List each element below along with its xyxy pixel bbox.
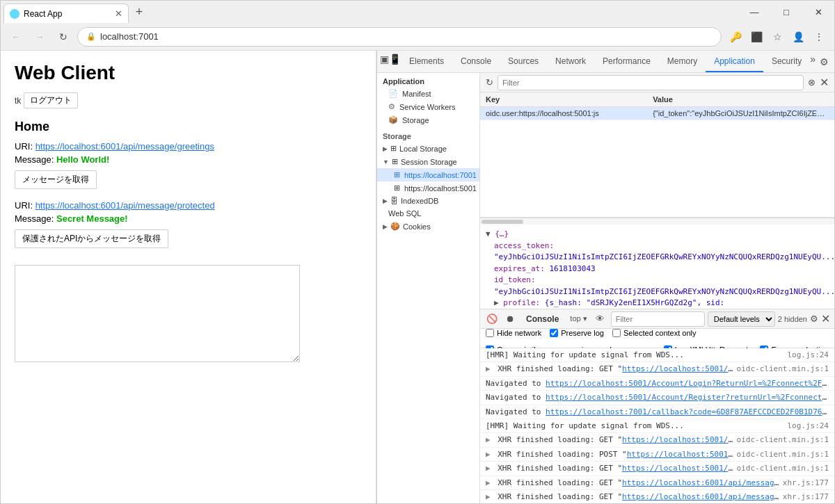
tab-performance[interactable]: Performance	[594, 51, 659, 72]
tab-close-icon[interactable]: ✕	[115, 9, 122, 18]
tab-security[interactable]: Security	[763, 51, 810, 72]
new-tab-button[interactable]: +	[129, 5, 150, 19]
session-storage-caret: ▼	[383, 158, 389, 165]
log-source-9[interactable]: oidc-client.min.js:1	[737, 463, 829, 473]
web-sql-item[interactable]: Web SQL	[377, 207, 479, 220]
selected-context-checkbox[interactable]: Selected context only	[612, 329, 697, 337]
back-button[interactable]: ←	[6, 27, 26, 47]
browser-tab-react[interactable]: React App ✕	[3, 3, 129, 23]
xhr-link-1[interactable]: https://localhost:5001/.well-known/openi…	[622, 364, 736, 373]
tab-strip: React App ✕ +	[1, 1, 738, 23]
console-eye-icon[interactable]: 👁	[593, 311, 608, 327]
xhr-link-2[interactable]: https://localhost:5001/.well-known/openi…	[622, 435, 736, 444]
more-tabs-icon[interactable]: »	[810, 51, 816, 67]
log-source-8[interactable]: oidc-client.min.js:1	[737, 449, 829, 460]
extension-btn2[interactable]: ⬛	[747, 27, 766, 47]
minimize-button[interactable]: —	[738, 1, 770, 23]
xhr-link-6[interactable]: https://localhost:6001/api/message/prote…	[622, 492, 783, 501]
local-storage-group[interactable]: ▶ ⊞ Local Storage	[377, 142, 479, 155]
console-gear-icon[interactable]: ⚙	[810, 314, 818, 324]
devtools-device-icon[interactable]: 📱	[389, 51, 401, 67]
storage-filter-input[interactable]	[498, 75, 804, 90]
log-source-7[interactable]: oidc-client.min.js:1	[737, 434, 829, 445]
devtools-settings-icon[interactable]: ⚙	[816, 54, 832, 70]
tk-label: tk	[15, 96, 21, 106]
log-source-2[interactable]: oidc-client.min.js:1	[737, 364, 829, 374]
log-text-10: ▶ XHR finished loading: GET "https://loc…	[486, 478, 783, 488]
address-text: localhost:7001	[100, 31, 159, 42]
console-toolbar: 🚫 ⏺ Console top ▾ 👁 Default levels 2 hid…	[480, 309, 834, 329]
close-filter-icon[interactable]: ✕	[820, 76, 829, 89]
log-entry-1: [HMR] Waiting for update signal from WDS…	[480, 348, 834, 362]
json-expand-icon[interactable]: ▼	[486, 229, 491, 238]
bookmark-button[interactable]: ☆	[768, 27, 787, 47]
fetch-btn2[interactable]: 保護されたAPIからメッセージを取得	[15, 229, 168, 248]
nav-link-2[interactable]: https://localhost:5001/Account/Register?…	[546, 393, 829, 402]
console-top-selector[interactable]: top ▾	[567, 311, 589, 327]
log-source-6[interactable]: log.js:24	[787, 421, 829, 431]
log-source-1[interactable]: log.js:24	[787, 350, 829, 360]
log-text-4: Navigated to https://localhost:5001/Acco…	[486, 392, 829, 403]
uri1-link[interactable]: https://localhost:6001/api/message/greet…	[35, 141, 214, 152]
tab-sources[interactable]: Sources	[500, 51, 547, 72]
uri2-link[interactable]: https://localhost:6001/api/message/prote…	[35, 200, 215, 211]
console-record-icon[interactable]: ⏺	[502, 311, 518, 327]
session-storage-group[interactable]: ▼ ⊞ Session Storage	[377, 155, 479, 168]
home-section-title: Home	[15, 120, 362, 134]
preserve-log-input[interactable]	[550, 329, 558, 337]
extensions-button[interactable]: 🔑	[726, 27, 745, 47]
tab-network[interactable]: Network	[547, 51, 594, 72]
horizontal-scrollbar[interactable]	[480, 218, 834, 225]
forward-button[interactable]: →	[30, 27, 49, 47]
console-level-select[interactable]: Default levels	[708, 311, 775, 327]
xhr-link-4[interactable]: https://localhost:5001/connect/userinfo	[622, 464, 736, 473]
close-button[interactable]: ✕	[802, 1, 834, 23]
profile-button[interactable]: 👤	[788, 27, 808, 47]
textarea[interactable]	[15, 265, 300, 362]
devtools-inspect-icon[interactable]: ▣	[380, 51, 389, 67]
nav-link-3[interactable]: https://localhost:7001/callback?code=6D8…	[546, 407, 829, 416]
xhr-link-3[interactable]: https://localhost:5001/connect/token	[627, 450, 737, 459]
application-sidebar: Application 📄 Manifest ⚙ Service Workers…	[377, 73, 480, 503]
kv-row-oidc[interactable]: oidc.user:https://localhost:5001:js {"id…	[480, 107, 834, 120]
tab-application[interactable]: Application	[706, 51, 763, 72]
indexeddb-group[interactable]: ▶ 🗄 IndexedDB	[377, 195, 479, 207]
log-source-11[interactable]: xhr.js:177	[783, 491, 829, 502]
filter-options-icon[interactable]: ⊗	[808, 77, 816, 88]
refresh-storage-button[interactable]: ↻	[486, 77, 493, 88]
json-entry-id_token: id_token: "eyJhbGciOiJSUzI1NiIsImtpZCI6I…	[494, 275, 829, 298]
address-input[interactable]: 🔒 localhost:7001	[77, 27, 722, 47]
storage-item[interactable]: 📦 Storage	[377, 113, 479, 127]
hide-network-input[interactable]	[486, 329, 494, 337]
value-column-header: Value	[647, 92, 834, 107]
manifest-item[interactable]: 📄 Manifest	[377, 87, 479, 100]
local-storage-label: Local Storage	[399, 145, 447, 153]
refresh-button[interactable]: ↻	[54, 27, 73, 47]
xhr-link-5[interactable]: https://localhost:6001/api/message/greet…	[622, 478, 783, 487]
tab-memory[interactable]: Memory	[659, 51, 706, 72]
menu-button[interactable]: ⋮	[809, 27, 829, 47]
tab-console[interactable]: Console	[452, 51, 500, 72]
nav-link-1[interactable]: https://localhost:5001/Account/Login?Ret…	[546, 379, 829, 388]
fetch-btn1[interactable]: メッセージを取得	[15, 170, 97, 189]
hide-network-checkbox[interactable]: Hide network	[486, 329, 541, 337]
preserve-log-checkbox[interactable]: Preserve log	[550, 329, 604, 337]
console-tab-label[interactable]: Console	[520, 314, 564, 324]
session-localhost-5001[interactable]: ⊞ https://localhost:5001	[377, 181, 479, 195]
cookies-group[interactable]: ▶ 🍪 Cookies	[377, 220, 479, 233]
maximize-button[interactable]: □	[770, 1, 802, 23]
logout-button[interactable]: ログアウト	[24, 92, 78, 108]
console-filter-input[interactable]	[611, 311, 705, 327]
scroll-thumb[interactable]	[482, 220, 523, 224]
tab-elements[interactable]: Elements	[401, 51, 452, 72]
service-workers-label: Service Workers	[399, 103, 455, 111]
service-workers-item[interactable]: ⚙ Service Workers	[377, 100, 479, 113]
console-clear-icon[interactable]: 🚫	[484, 311, 500, 327]
page-title: Web Client	[15, 62, 362, 84]
log-source-10[interactable]: xhr.js:177	[783, 478, 829, 488]
json-entry-access_token: access_token: "eyJhbGciOiJSUzI1NiIsImtpZ…	[494, 241, 829, 263]
console-close-icon[interactable]: ✕	[821, 312, 830, 325]
selected-context-input[interactable]	[612, 329, 621, 337]
cookies-icon: 🍪	[390, 222, 400, 231]
session-localhost-7001[interactable]: ⊞ https://localhost:7001	[377, 168, 479, 181]
